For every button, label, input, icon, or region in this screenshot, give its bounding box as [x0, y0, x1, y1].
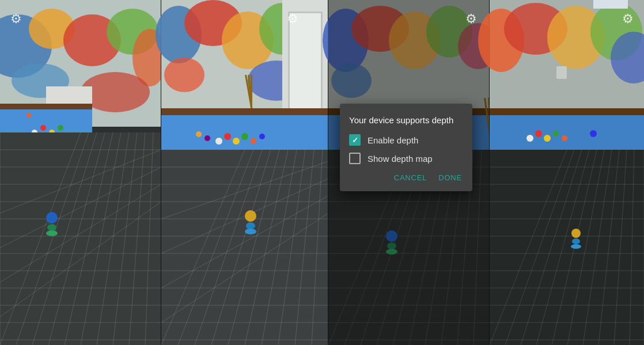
svg-rect-171 — [556, 66, 567, 79]
svg-point-78 — [224, 133, 231, 140]
enable-depth-checkbox[interactable] — [349, 134, 361, 146]
svg-point-205 — [572, 238, 580, 244]
depth-dialog: Your device supports depth Enable depth … — [340, 104, 472, 191]
svg-point-80 — [241, 133, 248, 140]
svg-point-113 — [246, 222, 255, 229]
svg-point-114 — [245, 229, 256, 234]
svg-rect-170 — [593, 0, 628, 9]
svg-rect-12 — [0, 104, 92, 109]
svg-rect-67 — [288, 12, 290, 115]
svg-rect-181 — [490, 150, 644, 345]
svg-rect-73 — [161, 108, 334, 115]
svg-point-49 — [47, 224, 56, 231]
ar-scene-container: ⚙ ⚙ ⚙ ⚙ Your device supports depth Enabl… — [0, 0, 644, 345]
svg-point-62 — [164, 58, 204, 92]
done-button[interactable]: DONE — [437, 171, 463, 184]
svg-point-81 — [251, 138, 256, 144]
svg-point-18 — [26, 113, 31, 117]
svg-point-84 — [196, 131, 202, 137]
svg-point-83 — [204, 135, 210, 141]
svg-point-178 — [553, 131, 559, 137]
gear-icon-panel1[interactable]: ⚙ — [10, 12, 22, 26]
svg-point-82 — [259, 134, 265, 139]
svg-rect-65 — [288, 12, 323, 115]
gear-icon-panel4[interactable]: ⚙ — [622, 12, 634, 26]
svg-point-177 — [544, 135, 551, 142]
show-depth-map-option[interactable]: Show depth map — [349, 153, 463, 164]
dialog-actions: CANCEL DONE — [349, 171, 463, 184]
svg-point-79 — [233, 138, 240, 145]
enable-depth-label: Enable depth — [368, 135, 418, 145]
svg-point-206 — [571, 244, 581, 249]
dialog-title: Your device supports depth — [349, 115, 463, 125]
gear-icon-panel3[interactable]: ⚙ — [465, 12, 477, 26]
gear-icon-panel2[interactable]: ⚙ — [287, 12, 298, 26]
svg-point-175 — [526, 135, 533, 142]
svg-point-17 — [58, 125, 63, 131]
svg-point-180 — [590, 130, 597, 137]
enable-depth-option[interactable]: Enable depth — [349, 134, 463, 146]
svg-rect-85 — [161, 150, 328, 345]
show-depth-map-checkbox[interactable] — [349, 153, 361, 164]
svg-rect-68 — [321, 12, 323, 115]
svg-point-77 — [215, 138, 222, 145]
svg-point-50 — [46, 230, 58, 236]
svg-rect-173 — [490, 108, 644, 115]
cancel-button[interactable]: CANCEL — [393, 171, 429, 184]
svg-point-15 — [40, 125, 46, 131]
svg-point-179 — [562, 135, 567, 141]
show-depth-map-label: Show depth map — [368, 154, 433, 164]
svg-point-204 — [571, 229, 581, 238]
svg-point-176 — [535, 130, 542, 137]
svg-point-112 — [245, 210, 256, 222]
svg-point-48 — [46, 212, 58, 223]
